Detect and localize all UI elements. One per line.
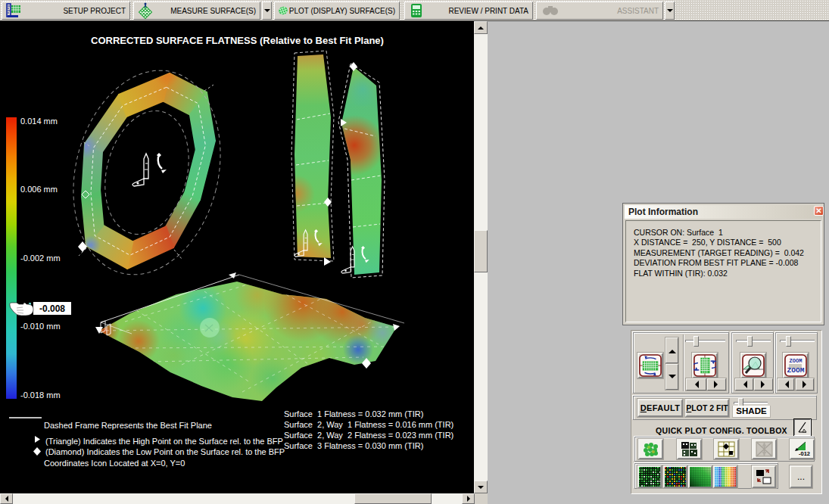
- svg-text:Coordinates Icon Located at X=: Coordinates Icon Located at X=0, Y=0: [44, 459, 185, 468]
- svg-text:ZOOM: ZOOM: [790, 358, 803, 364]
- svg-text:-0.010 mm: -0.010 mm: [20, 322, 61, 331]
- svg-text:Surface 3 Flatness = 0.030 mm: Surface 3 Flatness = 0.030 mm (TIR): [284, 441, 423, 450]
- svg-text:ZOOM: ZOOM: [787, 366, 805, 375]
- svg-text:Surface 2, Way 1 Flatness =: Surface 2, Way 1 Flatness = 0.016 mm (TI…: [284, 420, 453, 429]
- svg-text:-012: -012: [799, 450, 810, 457]
- svg-text:-0.002 mm: -0.002 mm: [20, 254, 61, 263]
- svg-text:Surface 1 Flatness = 0.032 mm: Surface 1 Flatness = 0.032 mm (TIR): [284, 409, 423, 418]
- svg-text:-0.018 mm: -0.018 mm: [20, 390, 61, 400]
- svg-text:Surface 2, Way 2 Flatness =: Surface 2, Way 2 Flatness = 0.023 mm (TI…: [284, 431, 453, 440]
- svg-text:CORRECTED SURFACE FLATNESS (Re: CORRECTED SURFACE FLATNESS (Relative to …: [91, 35, 384, 46]
- svg-text:0.006 mm: 0.006 mm: [20, 185, 58, 194]
- svg-text:(Triangle) Indicates the High: (Triangle) Indicates the High Point on t…: [45, 437, 283, 446]
- svg-text:(Diamond) Indicates the Low Po: (Diamond) Indicates the Low Point on the…: [45, 447, 285, 456]
- svg-text:Dashed Frame Represents the Be: Dashed Frame Represents the Best Fit Pla…: [44, 421, 212, 430]
- svg-text:0.014 mm: 0.014 mm: [20, 117, 58, 126]
- svg-text:-0.008: -0.008: [39, 303, 65, 314]
